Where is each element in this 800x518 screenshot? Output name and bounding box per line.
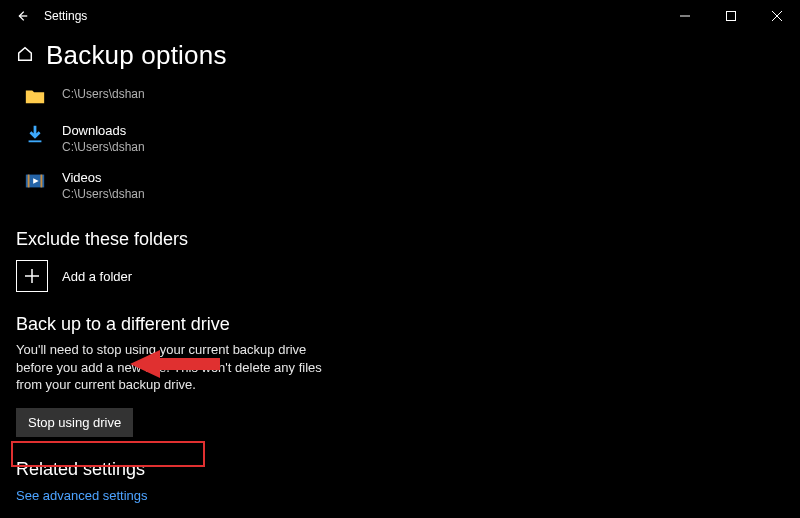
diff-drive-heading: Back up to a different drive	[16, 314, 800, 335]
backup-folder-list: C:\Users\dshan Downloads C:\Users\dshan …	[16, 79, 800, 211]
folder-name: Videos	[62, 170, 145, 185]
folder-path: C:\Users\dshan	[62, 140, 145, 154]
download-icon	[24, 123, 46, 145]
back-button[interactable]	[14, 8, 30, 24]
svg-rect-1	[727, 12, 736, 21]
video-icon	[24, 170, 46, 192]
close-button[interactable]	[754, 0, 800, 32]
add-folder-row[interactable]: Add a folder	[16, 260, 800, 292]
see-advanced-settings-link[interactable]: See advanced settings	[16, 488, 148, 503]
app-title: Settings	[44, 9, 87, 23]
stop-using-drive-button[interactable]: Stop using drive	[16, 408, 133, 437]
maximize-button[interactable]	[708, 0, 754, 32]
plus-icon	[16, 260, 48, 292]
folder-item[interactable]: Downloads C:\Users\dshan	[16, 117, 800, 164]
title-bar: Settings	[0, 0, 800, 32]
folder-path: C:\Users\dshan	[62, 87, 145, 101]
svg-rect-7	[41, 175, 43, 188]
folder-path: C:\Users\dshan	[62, 187, 145, 201]
folder-item[interactable]: C:\Users\dshan	[16, 79, 800, 117]
minimize-button[interactable]	[662, 0, 708, 32]
folder-name: Downloads	[62, 123, 145, 138]
diff-drive-desc: You'll need to stop using your current b…	[16, 341, 346, 394]
svg-rect-4	[29, 140, 42, 142]
page-title: Backup options	[46, 40, 227, 71]
home-icon[interactable]	[16, 45, 34, 66]
folder-icon	[24, 85, 46, 107]
add-folder-label: Add a folder	[62, 269, 132, 284]
related-heading: Related settings	[16, 459, 800, 480]
exclude-heading: Exclude these folders	[16, 229, 800, 250]
folder-item[interactable]: Videos C:\Users\dshan	[16, 164, 800, 211]
svg-rect-6	[28, 175, 30, 188]
